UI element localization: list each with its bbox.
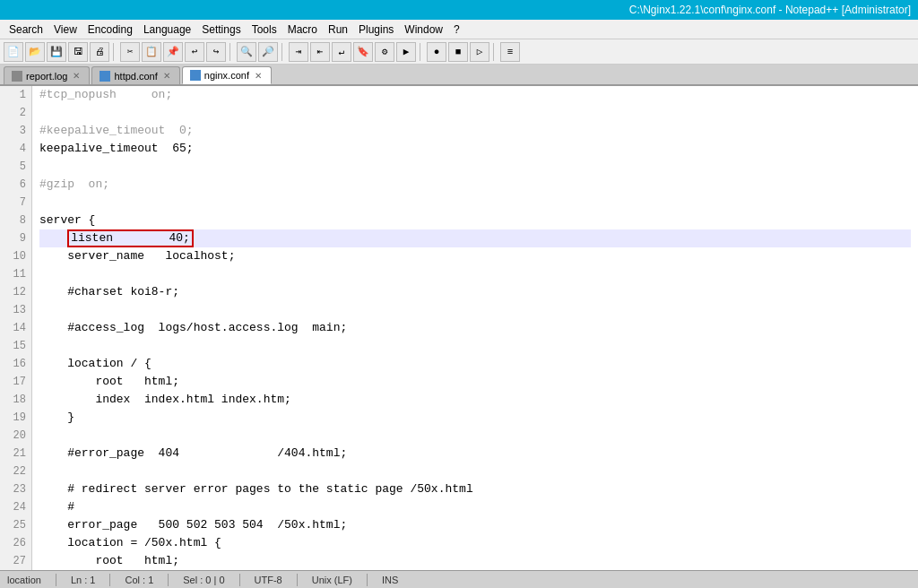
status-sep-3 <box>168 574 169 586</box>
open-button[interactable]: 📂 <box>25 42 45 62</box>
title-text: C:\Nginx1.22.1\conf\nginx.conf - Notepad… <box>629 4 911 16</box>
rec-stop-button[interactable]: ■ <box>448 42 468 62</box>
separator-1 <box>113 43 117 61</box>
menu-bar: Search View Encoding Language Settings T… <box>0 20 918 39</box>
menu-macro[interactable]: Macro <box>282 22 323 38</box>
code-line-24: # <box>39 498 911 516</box>
tab-report-close[interactable]: ✕ <box>71 71 82 81</box>
code-line-8: server { <box>39 212 911 229</box>
tab-nginx-icon <box>190 70 201 81</box>
code-line-5 <box>39 158 911 176</box>
title-bar: C:\Nginx1.22.1\conf\nginx.conf - Notepad… <box>0 0 918 20</box>
code-line-26: location = /50x.html { <box>39 534 911 552</box>
print-button[interactable]: 🖨 <box>90 42 109 62</box>
code-line-16: location / { <box>39 355 911 373</box>
tab-httpd[interactable]: httpd.conf ✕ <box>91 66 179 84</box>
save-all-button[interactable]: 🖫 <box>68 42 88 62</box>
save-button[interactable]: 💾 <box>47 42 66 62</box>
code-line-3: #keepalive_timeout 0; <box>39 122 911 140</box>
tab-report-label: report.log <box>26 71 67 82</box>
cut-button[interactable]: ✂ <box>120 42 140 62</box>
rec-start-button[interactable]: ● <box>427 42 446 62</box>
tab-report-icon <box>12 71 22 82</box>
separator-2 <box>230 43 233 61</box>
code-line-20 <box>39 427 911 445</box>
menu-window[interactable]: Window <box>399 22 448 38</box>
code-line-1: #tcp_nopush on; <box>39 86 911 104</box>
code-line-19: } <box>39 409 911 427</box>
tab-nginx-label: nginx.conf <box>204 70 249 81</box>
tab-httpd-close[interactable]: ✕ <box>161 71 172 81</box>
bookmark-button[interactable]: 🔖 <box>353 42 373 62</box>
code-boxed-text: listen 40; <box>67 229 194 247</box>
tab-nginx[interactable]: nginx.conf ✕ <box>182 66 272 84</box>
separator-5 <box>493 43 497 61</box>
copy-button[interactable]: 📋 <box>142 42 161 62</box>
status-bar: location Ln : 1 Col : 1 Sel : 0 | 0 UTF-… <box>0 570 918 588</box>
tab-nginx-close[interactable]: ✕ <box>253 71 264 81</box>
run-button[interactable]: ▶ <box>396 42 416 62</box>
code-line-13 <box>39 301 911 319</box>
zoom-in-button[interactable]: 🔎 <box>258 42 278 62</box>
status-col: Col : 1 <box>125 575 153 585</box>
code-line-6: #gzip on; <box>39 176 911 194</box>
code-line-14: #access_log logs/host.access.log main; <box>39 319 911 337</box>
code-line-15 <box>39 337 911 355</box>
status-line: Ln : 1 <box>71 575 96 585</box>
menu-help[interactable]: ? <box>448 22 465 38</box>
code-line-2 <box>39 104 911 122</box>
play-button[interactable]: ▷ <box>470 42 489 62</box>
menu-plugins[interactable]: Plugins <box>353 22 399 38</box>
menu-tools[interactable]: Tools <box>247 22 282 38</box>
code-line-12: #charset koi8-r; <box>39 283 911 301</box>
code-line-4: keepalive_timeout 65; <box>39 140 911 158</box>
tab-bar: report.log ✕ httpd.conf ✕ nginx.conf ✕ <box>0 65 918 86</box>
status-insert-mode: INS <box>382 575 398 585</box>
status-encoding: UTF-8 <box>255 575 282 585</box>
menu-view[interactable]: View <box>48 22 82 38</box>
status-sep-6 <box>367 574 368 586</box>
outdent-button[interactable]: ⇤ <box>310 42 330 62</box>
code-line-7 <box>39 194 911 212</box>
macro-button[interactable]: ⚙ <box>375 42 394 62</box>
code-area: 1234567891011121314151617181920212223242… <box>0 86 918 570</box>
new-button[interactable]: 📄 <box>4 42 23 62</box>
tab-httpd-label: httpd.conf <box>114 71 157 82</box>
code-line-9: listen 40; <box>39 229 911 247</box>
tab-httpd-icon <box>100 71 110 82</box>
separator-3 <box>281 43 285 61</box>
menu-run[interactable]: Run <box>323 22 353 38</box>
code-line-22 <box>39 463 911 480</box>
code-line-25: error_page 500 502 503 504 /50x.html; <box>39 516 911 534</box>
code-line-21: #error_page 404 /404.html; <box>39 445 911 463</box>
undo-button[interactable]: ↩ <box>185 42 204 62</box>
paste-button[interactable]: 📌 <box>163 42 183 62</box>
status-location: location <box>7 575 41 585</box>
menu-language[interactable]: Language <box>138 22 196 38</box>
code-line-11 <box>39 265 911 283</box>
separator-4 <box>420 43 423 61</box>
indent-button[interactable]: ⇥ <box>289 42 308 62</box>
status-sep-4 <box>239 574 240 586</box>
status-sel: Sel : 0 | 0 <box>183 575 224 585</box>
code-content[interactable]: #tcp_nopush on;#keepalive_timeout 0;keep… <box>32 86 918 570</box>
toolbar: 📄 📂 💾 🖫 🖨 ✂ 📋 📌 ↩ ↪ 🔍 🔎 ⇥ ⇤ ↵ 🔖 ⚙ ▶ ● ■ … <box>0 39 918 65</box>
code-pre-indent <box>39 231 67 245</box>
line-numbers: 1234567891011121314151617181920212223242… <box>0 86 32 570</box>
search-button[interactable]: 🔍 <box>237 42 256 62</box>
extra-btn[interactable]: ≡ <box>500 42 520 62</box>
status-sep-5 <box>297 574 298 586</box>
code-line-18: index index.html index.htm; <box>39 391 911 409</box>
tab-report[interactable]: report.log ✕ <box>4 66 90 84</box>
wrap-button[interactable]: ↵ <box>332 42 351 62</box>
status-sep-2 <box>109 574 110 586</box>
menu-encoding[interactable]: Encoding <box>82 22 138 38</box>
status-line-ending: Unix (LF) <box>312 575 352 585</box>
code-line-23: # redirect server error pages to the sta… <box>39 480 911 498</box>
code-line-10: server_name localhost; <box>39 247 911 265</box>
status-sep-1 <box>56 574 56 586</box>
menu-settings[interactable]: Settings <box>196 22 246 38</box>
redo-button[interactable]: ↪ <box>206 42 226 62</box>
code-line-27: root html; <box>39 552 911 570</box>
menu-search[interactable]: Search <box>4 22 48 38</box>
